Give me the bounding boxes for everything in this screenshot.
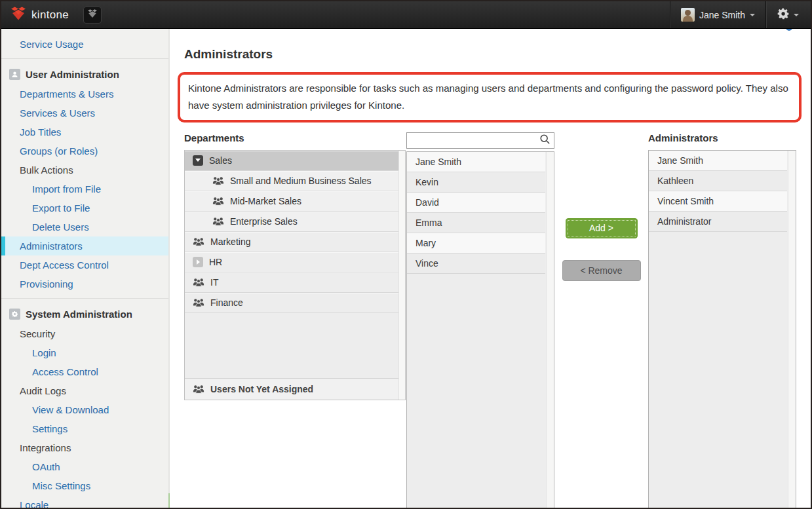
sidebar-divider [1,58,168,59]
user-row-vince[interactable]: Vince [407,254,545,274]
sidebar-section-label: User Administration [26,69,119,80]
department-label: Finance [210,297,243,308]
people-icon [212,176,224,185]
department-row-marketing[interactable]: Marketing [185,232,398,252]
department-row-sales[interactable]: Sales [185,151,398,171]
department-label: Marketing [210,236,250,247]
sidebar-item-settings[interactable]: Settings [1,419,168,438]
sidebar-item-integrations: Integrations [1,438,168,457]
user-row-emma[interactable]: Emma [407,213,545,233]
app-window: kintone Jane Smith [0,0,812,509]
user-menu-button[interactable]: Jane Smith [670,1,766,28]
settings-menu-button[interactable] [766,1,803,28]
search-icon[interactable] [539,133,551,148]
people-icon [193,297,204,307]
sidebar-item-import-from-file[interactable]: Import from File [1,179,168,198]
sidebar-divider [1,298,168,299]
department-row-hr[interactable]: HR [185,252,398,273]
administrators-column: Administrators Jane SmithKathleenVincent… [648,132,796,509]
topbar: kintone Jane Smith [1,1,811,29]
topbar-right: Jane Smith [670,1,803,28]
department-label: Sales [209,155,232,166]
sidebar-item-departments-users[interactable]: Departments & Users [1,85,168,104]
user-list-scrollbar[interactable] [546,152,554,509]
user-rows: Jane SmithKevinDavidEmmaMaryVince [407,152,554,274]
department-row-finance[interactable]: Finance [185,293,398,313]
departments-tree: SalesSmall and Medium Business SalesMid-… [184,150,406,400]
sidebar-item-view-download[interactable]: View & Download [1,400,168,419]
people-icon [193,384,204,394]
brand[interactable]: kintone [10,7,69,24]
kintone-mark-icon [10,7,26,24]
admin-row-kathleen[interactable]: Kathleen [649,171,787,191]
page-title: Administrators [184,47,796,62]
department-label: Enterprise Sales [230,216,298,227]
administrators-list-scrollbar[interactable] [788,151,796,509]
sidebar: Service UsageUser AdministrationDepartme… [1,29,170,509]
sidebar-item-provisioning[interactable]: Provisioning [1,274,168,293]
sidebar-item-oauth[interactable]: OAuth [1,457,168,476]
triangle-right-icon[interactable] [193,257,203,267]
user-row-mary[interactable]: Mary [407,233,545,254]
sidebar-section-label: System Administration [26,309,132,320]
departments-header: Departments [184,132,406,150]
kintone-mark-small-icon [87,9,98,21]
sidebar-item-export-to-file[interactable]: Export to File [1,198,168,217]
triangle-down-icon[interactable] [193,155,203,166]
add-button[interactable]: Add > [566,218,638,238]
user-row-jane-smith[interactable]: Jane Smith [407,152,545,172]
sidebar-item-dept-access-control[interactable]: Dept Access Control [1,255,168,274]
user-row-kevin[interactable]: Kevin [407,172,545,193]
sidebar-item-misc-settings[interactable]: Misc Settings [1,476,168,495]
people-icon [193,236,204,246]
department-row-users-not-yet-assigned[interactable]: Users Not Yet Assigned [185,378,398,400]
sidebar-item-groups-or-roles[interactable]: Groups (or Roles) [1,141,168,160]
user-row-david[interactable]: David [407,193,545,213]
sidebar-item-security: Security [1,324,168,343]
department-row-small-and-medium-business-sales[interactable]: Small and Medium Business Sales [185,171,398,191]
sidebar-item-service-usage[interactable]: Service Usage [1,35,168,54]
sidebar-item-job-titles[interactable]: Job Titles [1,123,168,141]
sidebar-item-login[interactable]: Login [1,343,168,362]
app-body: Service UsageUser AdministrationDepartme… [1,29,811,509]
admin-picker: Departments SalesSmall and Medium Busine… [184,132,796,509]
admin-row-jane-smith[interactable]: Jane Smith [649,151,787,171]
sidebar-item-services-users[interactable]: Services & Users [1,104,168,123]
department-label: IT [210,277,218,288]
department-row-enterprise-sales[interactable]: Enterprise Sales [185,212,398,232]
person-badge-icon [9,69,20,80]
remove-button[interactable]: < Remove [562,260,641,281]
admin-row-vincent-smith[interactable]: Vincent Smith [649,191,787,212]
department-row-it[interactable]: IT [185,273,398,293]
department-label: Users Not Yet Assigned [210,384,313,394]
sidebar-nav: Service UsageUser AdministrationDepartme… [1,35,168,509]
transfer-buttons: Add > < Remove [554,132,648,281]
departments-column: Departments SalesSmall and Medium Busine… [184,132,406,400]
main-content: Administrators Kintone Administrators ar… [170,29,811,509]
user-search-input[interactable] [407,133,539,148]
sidebar-item-audit-logs: Audit Logs [1,381,168,400]
sidebar-item-access-control[interactable]: Access Control [1,362,168,381]
users-column: Jane SmithKevinDavidEmmaMaryVince [406,132,554,509]
user-list: Jane SmithKevinDavidEmmaMaryVince [406,151,554,509]
page-description: Kintone Administrators are responsible f… [188,83,788,111]
description-annotation-box: Kintone Administrators are responsible f… [178,72,802,123]
admin-row-administrator[interactable]: Administrator [649,212,787,232]
help-icon[interactable] [786,29,792,31]
sidebar-section-user-administration: User Administration [1,64,168,85]
department-label: Mid-Market Sales [230,196,301,206]
sidebar-item-locale[interactable]: Locale [1,495,168,509]
sidebar-item-administrators[interactable]: Administrators [1,236,168,255]
people-icon [193,277,204,287]
gear-badge-icon [9,309,20,320]
departments-scrollbar[interactable] [398,151,405,400]
avatar [681,8,695,22]
user-name: Jane Smith [699,10,745,20]
sidebar-item-bulk-actions: Bulk Actions [1,160,168,179]
department-row-mid-market-sales[interactable]: Mid-Market Sales [185,191,398,212]
departments-empty-area [185,313,398,378]
department-label: HR [209,257,222,267]
workspace-switcher-button[interactable] [83,7,102,24]
sidebar-item-delete-users[interactable]: Delete Users [1,217,168,236]
department-label: Small and Medium Business Sales [230,176,372,186]
